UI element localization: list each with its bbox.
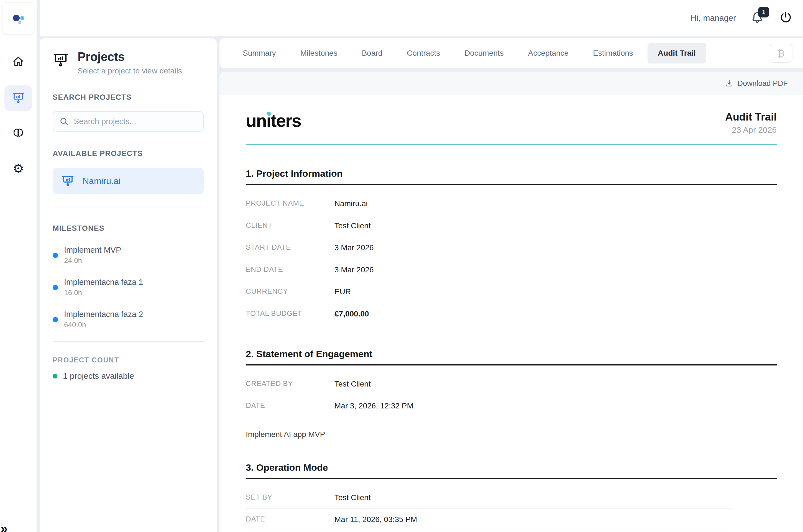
- row-label: END DATE: [246, 264, 334, 274]
- document-title: Audit Trail: [725, 111, 777, 123]
- section-statement-of-engagement: 2. Statement of Engagement CREATED BY Te…: [246, 348, 777, 439]
- currency-toggle-button[interactable]: ₿: [770, 44, 792, 63]
- presentation-icon: [61, 174, 74, 187]
- table-row: CREATED BY Test Client: [246, 373, 447, 395]
- milestone-item[interactable]: Implementacna faza 2 640.0h: [53, 310, 204, 329]
- project-count-label: PROJECT COUNT: [53, 356, 204, 364]
- row-label: DATE: [246, 400, 334, 410]
- tab-summary[interactable]: Summary: [233, 43, 286, 63]
- project-name: Namiru.ai: [82, 176, 120, 186]
- sidebar-item-settings[interactable]: ⚙: [4, 155, 32, 182]
- row-label: DATE: [246, 514, 334, 524]
- row-label: SET BY: [246, 492, 334, 501]
- tab-audit-trail[interactable]: Audit Trail: [648, 43, 706, 63]
- row-value: EUR: [334, 286, 351, 298]
- greeting-text: Hi, manager: [691, 13, 736, 23]
- milestone-dot-icon: [53, 253, 58, 258]
- row-value: Mar 11, 2026, 03:35 PM: [334, 514, 417, 525]
- table-row: CURRENCY EUR: [246, 281, 777, 303]
- milestone-hours: 16.0h: [64, 288, 143, 297]
- milestone-title: Implement MVP: [64, 246, 121, 255]
- audit-trail-document-card: Download PDF unıters Audit Trail 23 Apr …: [219, 72, 803, 532]
- bitcoin-icon: ₿: [778, 48, 784, 59]
- milestone-hours: 640.0h: [64, 321, 143, 329]
- sidebar-item-knowledge[interactable]: [4, 120, 32, 146]
- logo-circle-navy: [13, 15, 20, 21]
- projects-panel: Projects Select a project to view detail…: [40, 38, 217, 532]
- table-row: TOTAL BUDGET €7,000.00: [246, 303, 777, 325]
- row-value: 3 Mar 2026: [334, 242, 374, 253]
- notifications-button[interactable]: 1: [750, 11, 765, 25]
- brain-icon: [12, 127, 25, 140]
- document-header: unıters Audit Trail 23 Apr 2026: [246, 111, 777, 135]
- table-row: MODE The client has determined that the …: [246, 531, 732, 532]
- milestone-hours: 24.0h: [64, 256, 121, 265]
- document-date: 23 Apr 2026: [725, 125, 777, 135]
- project-tabs: Summary Milestones Board Contracts Docum…: [219, 38, 803, 68]
- row-value: 3 Mar 2026: [334, 264, 374, 276]
- power-icon: [779, 11, 792, 24]
- row-label: START DATE: [246, 242, 334, 252]
- table-row: END DATE 3 Mar 2026: [246, 259, 777, 281]
- sidebar-item-home[interactable]: [4, 49, 32, 75]
- table-row: PROJECT NAME Namiru.ai: [246, 193, 777, 215]
- expand-chevron-icon[interactable]: »: [1, 522, 8, 532]
- tab-milestones[interactable]: Milestones: [290, 43, 347, 63]
- green-dot-icon: [53, 374, 57, 379]
- search-section-label: SEARCH PROJECTS: [53, 93, 204, 102]
- teal-divider: [246, 144, 777, 145]
- table-row: CLIENT Test Client: [246, 215, 777, 237]
- page-subtitle: Select a project to view details: [78, 66, 182, 75]
- operation-mode-table: SET BY Test Client DATE Mar 11, 2026, 03…: [246, 487, 732, 532]
- row-value: Test Client: [334, 492, 371, 504]
- logout-button[interactable]: [779, 11, 794, 25]
- table-row: DATE Mar 3, 2026, 12:32 PM: [246, 395, 447, 417]
- download-pdf-button[interactable]: Download PDF: [725, 79, 788, 88]
- uniters-logo: unıters: [246, 111, 301, 131]
- table-row: SET BY Test Client: [246, 487, 732, 509]
- tab-board[interactable]: Board: [352, 43, 393, 63]
- sidebar-item-projects[interactable]: [4, 85, 32, 111]
- search-icon: [59, 117, 69, 126]
- table-row: DATE Mar 11, 2026, 03:35 PM: [246, 509, 732, 531]
- milestones-label: MILESTONES: [53, 224, 204, 233]
- section-heading: 2. Statement of Engagement: [246, 348, 777, 365]
- milestone-title: Implementacna faza 2: [64, 310, 143, 319]
- tab-documents[interactable]: Documents: [455, 43, 514, 63]
- app-logo[interactable]: [2, 2, 34, 34]
- document-toolbar: Download PDF: [219, 72, 803, 95]
- document-body: unıters Audit Trail 23 Apr 2026 1. Proje…: [219, 95, 803, 532]
- search-input[interactable]: [74, 117, 197, 126]
- download-icon: [725, 79, 733, 88]
- row-label: TOTAL BUDGET: [246, 308, 334, 318]
- tab-estimations[interactable]: Estimations: [583, 43, 643, 63]
- milestone-item[interactable]: Implementacna faza 1 16.0h: [53, 278, 204, 297]
- milestone-dot-icon: [53, 317, 58, 322]
- row-label: CURRENCY: [246, 286, 334, 296]
- panel-header: Projects Select a project to view detail…: [53, 50, 204, 75]
- search-box: [53, 111, 204, 132]
- statement-table: CREATED BY Test Client DATE Mar 3, 2026,…: [246, 373, 447, 417]
- milestone-item[interactable]: Implement MVP 24.0h: [53, 246, 204, 265]
- page-title: Projects: [78, 50, 182, 64]
- section-heading: 1. Project Information: [246, 168, 777, 185]
- section-heading: 3. Operation Mode: [246, 462, 777, 479]
- presentation-icon: [12, 92, 25, 104]
- milestone-title: Implementacna faza 1: [64, 278, 143, 287]
- project-list-item[interactable]: Namiru.ai: [53, 168, 204, 194]
- logo-circle-gray: [18, 21, 21, 24]
- milestone-dot-icon: [53, 285, 58, 290]
- section-project-information: 1. Project Information PROJECT NAME Nami…: [246, 168, 777, 325]
- project-count-row: 1 projects available: [53, 371, 204, 381]
- tab-contracts[interactable]: Contracts: [397, 43, 450, 63]
- download-pdf-label: Download PDF: [737, 79, 788, 88]
- project-info-table: PROJECT NAME Namiru.ai CLIENT Test Clien…: [246, 193, 777, 325]
- row-value: €7,000.00: [334, 308, 369, 320]
- row-label: CLIENT: [246, 220, 334, 230]
- gear-icon: ⚙: [13, 162, 24, 175]
- tab-acceptance[interactable]: Acceptance: [518, 43, 578, 63]
- row-value: Mar 3, 2026, 12:32 PM: [334, 400, 414, 412]
- row-label: PROJECT NAME: [246, 198, 334, 208]
- available-projects-label: AVAILABLE PROJECTS: [53, 149, 204, 158]
- icon-rail: ⚙: [0, 0, 37, 532]
